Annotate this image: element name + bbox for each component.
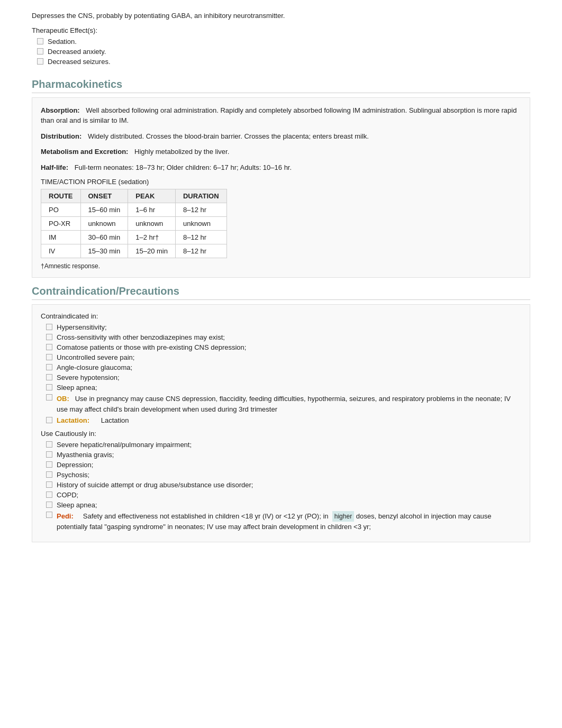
caution-item-text: Depression; <box>57 461 93 469</box>
metabolism-row: Metabolism and Excretion: Highly metabol… <box>41 147 521 157</box>
cell-0-3: 8–12 hr <box>175 203 226 217</box>
contra-item-4: Angle-closure glaucoma; <box>41 363 521 371</box>
contra-item-text: Uncontrolled severe pain; <box>57 353 134 361</box>
effect-seizures: Decreased seizures. <box>32 58 530 66</box>
use-cautiously-label: Use Cautiously in: <box>41 430 521 438</box>
contraindicated-label: Contraindicated in: <box>41 312 521 320</box>
cell-1-0: PO-XR <box>41 217 81 231</box>
bullet-icon <box>46 461 52 468</box>
halflife-row: Half-life: Full-term neonates: 18–73 hr;… <box>41 162 521 173</box>
bullet-icon <box>37 58 43 65</box>
cell-3-1: 15–30 min <box>80 244 128 258</box>
cell-0-2: 1–6 hr <box>128 203 176 217</box>
cell-2-1: 30–60 min <box>80 231 128 244</box>
pharmacokinetics-heading: Pharmacokinetics <box>32 78 530 93</box>
lactation-label: Lactation: <box>57 416 89 424</box>
distribution-text: Widely distributed. Crosses the blood-br… <box>88 132 369 140</box>
caution-item-text: Sleep apnea; <box>57 501 97 509</box>
caution-item-text: Severe hepatic/renal/pulmonary impairmen… <box>57 441 192 449</box>
bullet-icon <box>46 374 52 380</box>
contraindications-block: Contraindicated in: Hypersensitivity;Cro… <box>32 304 530 542</box>
caution-item-text: Myasthenia gravis; <box>57 451 114 459</box>
pk-table: ROUTE ONSET PEAK DURATION PO15–60 min1–6… <box>41 189 227 258</box>
table-row: PO15–60 min1–6 hr8–12 hr <box>41 203 227 217</box>
cell-3-0: IV <box>41 244 81 258</box>
caution-item-3: Psychosis; <box>41 471 521 479</box>
cell-0-0: PO <box>41 203 81 217</box>
col-peak: PEAK <box>128 189 176 203</box>
table-footnote: †Amnestic response. <box>41 262 521 270</box>
bullet-icon <box>46 394 52 401</box>
caution-item-5: COPD; <box>41 491 521 499</box>
metabolism-text: Highly metabolized by the liver. <box>134 148 229 156</box>
distribution-label: Distribution: <box>41 132 81 140</box>
therapeutic-effects-list: Sedation. Decreased anxiety. Decreased s… <box>32 38 530 66</box>
absorption-label: Absorption: <box>41 106 80 114</box>
caution-item-1: Myasthenia gravis; <box>41 451 521 459</box>
cell-2-3: 8–12 hr <box>175 231 226 244</box>
bullet-icon <box>46 481 52 488</box>
effect-seizures-text: Decreased seizures. <box>48 58 111 66</box>
cell-1-3: unknown <box>175 217 226 231</box>
absorption-text: Well absorbed following oral administrat… <box>41 106 516 125</box>
therapeutic-label: Therapeutic Effect(s): <box>32 26 530 34</box>
bullet-icon <box>46 334 52 340</box>
contra-item-6: Sleep apnea; <box>41 384 521 392</box>
contra-item-2: Comatose patients or those with pre-exis… <box>41 343 521 351</box>
cell-1-2: unknown <box>128 217 176 231</box>
contra-item-text: Severe hypotension; <box>57 374 120 381</box>
contraindications-heading: Contraindication/Precautions <box>32 285 530 300</box>
caution-item-2: Depression; <box>41 461 521 469</box>
caution-item-6: Sleep apnea; <box>41 501 521 509</box>
absorption-row: Absorption: Well absorbed following oral… <box>41 105 521 126</box>
contra-item-1: Cross-sensitivity with other benzodiazep… <box>41 333 521 341</box>
bullet-icon <box>46 344 52 350</box>
contra-item-5: Severe hypotension; <box>41 374 521 381</box>
ob-label: OB: <box>57 395 69 403</box>
bullet-icon <box>46 451 52 458</box>
caution-item-0: Severe hepatic/renal/pulmonary impairmen… <box>41 441 521 449</box>
halflife-text: Full-term neonates: 18–73 hr; Older chil… <box>75 163 292 171</box>
effect-sedation: Sedation. <box>32 38 530 46</box>
cell-2-2: 1–2 hr† <box>128 231 176 244</box>
cell-2-0: IM <box>41 231 81 244</box>
table-row: PO-XRunknownunknownunknown <box>41 217 227 231</box>
contra-item-3: Uncontrolled severe pain; <box>41 353 521 361</box>
contra-item-text: Cross-sensitivity with other benzodiazep… <box>57 333 225 341</box>
pedi-text-1: Safety and effectiveness not established… <box>83 512 329 520</box>
cell-0-1: 15–60 min <box>80 203 128 217</box>
bullet-icon <box>46 512 52 518</box>
bullet-icon <box>46 384 52 390</box>
contraindicated-list: Hypersensitivity;Cross-sensitivity with … <box>41 323 521 392</box>
ob-row: OB: Use in pregnancy may cause CNS depre… <box>41 394 521 414</box>
table-row: IM30–60 min1–2 hr†8–12 hr <box>41 231 227 244</box>
col-onset: ONSET <box>80 189 128 203</box>
bullet-icon <box>46 471 52 478</box>
pedi-row: Pedi: Safety and effectiveness not estab… <box>41 511 521 532</box>
contra-item-text: Angle-closure glaucoma; <box>57 363 132 371</box>
caution-item-text: COPD; <box>57 491 78 499</box>
bullet-icon <box>37 48 43 54</box>
ob-text: Use in pregnancy may cause CNS depressio… <box>57 395 511 413</box>
bullet-icon <box>46 354 52 360</box>
col-duration: DURATION <box>175 189 226 203</box>
pedi-label: Pedi: <box>57 512 74 520</box>
metabolism-label: Metabolism and Excretion: <box>41 148 128 156</box>
distribution-row: Distribution: Widely distributed. Crosse… <box>41 131 521 142</box>
pedi-highlight: higher <box>332 511 354 522</box>
lactation-text: Lactation <box>101 416 129 424</box>
bullet-icon <box>46 492 52 498</box>
caution-item-text: History of suicide attempt or drug abuse… <box>57 481 253 489</box>
halflife-label: Half-life: <box>41 163 68 171</box>
effect-anxiety: Decreased anxiety. <box>32 48 530 56</box>
col-route: ROUTE <box>41 189 81 203</box>
caution-item-4: History of suicide attempt or drug abuse… <box>41 481 521 489</box>
time-action-label: TIME/ACTION PROFILE (sedation) <box>41 178 521 186</box>
bullet-icon <box>46 417 52 423</box>
mechanism-text: Depresses the CNS, probably by potentiat… <box>32 11 530 21</box>
pharmacokinetics-block: Absorption: Well absorbed following oral… <box>32 97 530 278</box>
contra-item-text: Hypersensitivity; <box>57 323 107 331</box>
table-row: IV15–30 min15–20 min8–12 hr <box>41 244 227 258</box>
bullet-icon <box>37 38 43 44</box>
contra-item-text: Comatose patients or those with pre-exis… <box>57 343 246 351</box>
